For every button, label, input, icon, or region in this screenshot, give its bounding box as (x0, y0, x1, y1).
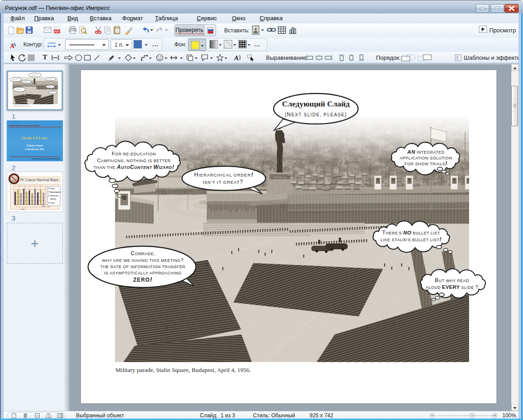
svg-text:THERE’S NO BULLET LIST: THERE’S NO BULLET LIST (382, 230, 440, 236)
svg-text:HIERARCHICAL ORDER!: HIERARCHICAL ORDER! (194, 171, 253, 178)
svg-text:BUT WHY READ: BUT WHY READ (435, 277, 469, 283)
svg-text:IV. Cancer Survival Rates: IV. Cancer Survival Rates (20, 178, 58, 182)
svg-text:A: A (10, 43, 15, 49)
svg-text:ALOUD EVERY SLIDE ?: ALOUD EVERY SLIDE ? (425, 284, 478, 290)
svg-text:FOR SHOW TRIALS!: FOR SHOW TRIALS! (405, 160, 448, 167)
svg-text:IS ASYMPTOTICALLY APPROACHING: IS ASYMPTOTICALLY APPROACHING (104, 271, 182, 275)
svg-text:THAN THE AUTOCONTENT WIZARD!: THAN THE AUTOCONTENT WIZARD! (93, 164, 174, 170)
svg-text:Colon: Colon (21, 208, 25, 210)
svg-text:Ovary: Ovary (41, 205, 45, 207)
svg-text:6 words per line: 6 words per line (25, 148, 44, 150)
svg-text:AN INTEGRATED: AN INTEGRATED (407, 149, 445, 155)
svg-text:InstPac Renal Counseling Facil: InstPac Renal Counseling Facility (9, 124, 40, 127)
svg-text:WHY ARE WE HAVING THIS MEETING: WHY ARE WE HAVING THIS MEETING? (102, 257, 184, 263)
svg-text:APPLICATION SOLUTION: APPLICATION SOLUTION (400, 156, 452, 160)
svg-text:A: A (234, 54, 239, 62)
svg-text:LIKE STALIN’S BULLET LIST!: LIKE STALIN’S BULLET LIST! (381, 236, 441, 243)
svg-text:Use the 6 X 6 rule:: Use the 6 X 6 rule: (21, 136, 48, 140)
svg-text:6 lines of text: 6 lines of text (27, 144, 42, 147)
svg-text:Harvard School of Public Healt: Harvard School of Public Health (31, 158, 60, 160)
svg-text:pharynx: pharynx (50, 198, 56, 200)
svg-text:COMRADE,: COMRADE, (131, 250, 155, 256)
svg-text:ISN’T IT GREAT?: ISN’T IT GREAT? (203, 179, 243, 185)
svg-text:THE RATE OF INFORMATION TRANSF: THE RATE OF INFORMATION TRANSFER (100, 265, 186, 269)
svg-text:Colon: Colon (50, 188, 55, 190)
svg-text:CAMPAIGNS, NOTHING IS BETTER: CAMPAIGNS, NOTHING IS BETTER (97, 158, 171, 163)
svg-text:Non-Hodgkin’s: Non-Hodgkin’s (50, 191, 61, 193)
svg-text:ZERO!: ZERO! (133, 276, 152, 283)
svg-text:Ovary: Ovary (50, 202, 55, 204)
svg-text:[NEXT SLIDE, PLEASE]: [NEXT SLIDE, PLEASE] (285, 111, 347, 118)
svg-text:FOR RE-EDUCATION: FOR RE-EDUCATION (112, 151, 156, 156)
svg-text:Oral cavity,: Oral cavity, (50, 195, 58, 197)
svg-text:Следующий Слайд: Следующий Слайд (282, 99, 350, 108)
svg-text:PDF: PDF (54, 30, 60, 33)
